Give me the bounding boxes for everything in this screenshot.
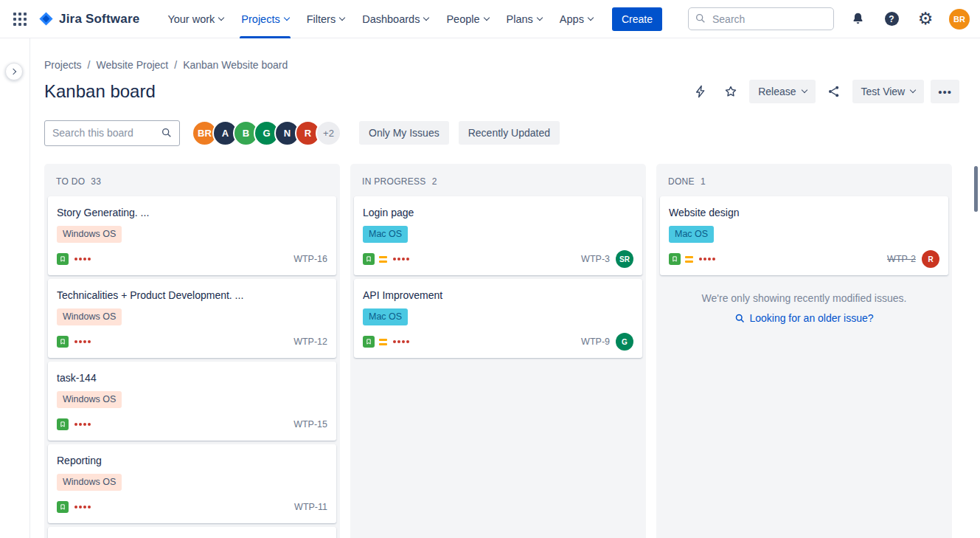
issue-card[interactable]: task-144 Windows OS WTP-15 — [48, 362, 336, 441]
jira-logo-text: Jira Software — [59, 12, 139, 27]
card-icons — [669, 253, 715, 265]
nav-item[interactable]: Your work — [159, 0, 232, 38]
jira-logo-icon — [38, 11, 54, 27]
priority-medium-icon — [379, 339, 387, 345]
issue-card[interactable]: Login page Mac OS WTP-3 SR — [354, 196, 642, 275]
board-search — [44, 120, 180, 146]
nav-item[interactable]: Dashboards — [353, 0, 437, 38]
breadcrumb-link[interactable]: Kanban Website board — [183, 59, 288, 71]
story-type-icon — [363, 253, 375, 265]
priority-medium-icon — [685, 256, 693, 263]
column-name: IN PROGRESS — [362, 176, 426, 187]
nav-item[interactable]: Projects — [232, 0, 297, 38]
card-title: task-144 — [57, 370, 327, 385]
jira-logo[interactable]: Jira Software — [34, 11, 147, 27]
card-key: WTP-9 — [581, 337, 610, 347]
star-button[interactable] — [719, 80, 743, 103]
card-icons — [57, 501, 91, 513]
chevron-down-icon — [218, 14, 224, 20]
card-icons — [363, 253, 409, 265]
breadcrumb-separator: / — [88, 59, 91, 71]
breadcrumb-separator: / — [174, 59, 177, 71]
column-name: TO DO — [56, 176, 85, 187]
bell-icon — [850, 11, 866, 27]
board-search-input[interactable] — [44, 120, 180, 146]
more-icon: ••• — [938, 86, 952, 98]
more-actions-button[interactable]: ••• — [931, 80, 959, 103]
card-right: WTP-15 — [293, 419, 327, 430]
nav-item[interactable]: Plans — [498, 0, 551, 38]
card-bottom-row: WTP-12 — [57, 334, 327, 349]
dots-field-icon — [74, 423, 91, 426]
recently-modified-note: We're only showing recently modified iss… — [667, 292, 942, 304]
card-bottom-row: WTP-9 G — [363, 334, 633, 349]
card-right: WTP-2 R — [887, 250, 939, 268]
nav-item[interactable]: People — [437, 0, 497, 38]
top-navigation-bar: Jira Software Your work Projects Filters… — [0, 0, 980, 38]
filter-button[interactable]: Recently Updated — [459, 121, 560, 145]
share-button[interactable] — [822, 80, 846, 103]
breadcrumb-link[interactable]: Projects — [44, 59, 82, 71]
issue-card[interactable]: Reporting Windows OS WTP-11 — [48, 444, 336, 523]
app-switcher-button[interactable] — [7, 7, 32, 32]
nav-item-label: Your work — [167, 13, 215, 25]
sidebar-expand-button[interactable] — [5, 63, 23, 80]
nav-item[interactable]: Filters — [298, 0, 353, 38]
view-selector-button[interactable]: Test View — [852, 80, 925, 103]
card-label-chip: Mac OS — [363, 308, 408, 325]
card-label-chip: Windows OS — [57, 308, 122, 325]
column-cards: Story Generating. ... Windows OS WTP-16 … — [44, 196, 340, 538]
card-right: WTP-12 — [293, 337, 327, 347]
issue-card[interactable]: API Improvement Mac OS WTP-9 G — [354, 279, 642, 358]
card-key: WTP-3 — [581, 254, 610, 264]
view-selector-label: Test View — [861, 86, 906, 97]
assignee-avatar[interactable]: G — [616, 333, 633, 351]
avatar-overflow[interactable]: +2 — [316, 120, 341, 146]
nav-item-label: Dashboards — [362, 13, 420, 25]
issue-card[interactable]: Story Generating. ... Windows OS WTP-16 — [48, 196, 336, 275]
card-label-chip: Windows OS — [57, 474, 122, 491]
issue-card[interactable]: Website design Mac OS WTP-2 R — [660, 196, 948, 275]
breadcrumb-link[interactable]: Website Project — [96, 59, 168, 71]
card-title: API Improvement — [363, 288, 633, 303]
create-button[interactable]: Create — [612, 7, 662, 31]
board-column: IN PROGRESS 2 Login page Mac OS WTP-3 SR… — [350, 164, 646, 538]
card-bottom-row: WTP-2 R — [669, 252, 939, 266]
filter-button[interactable]: Only My Issues — [359, 121, 449, 145]
column-count: 33 — [91, 176, 101, 187]
card-label-chip: Mac OS — [363, 226, 408, 243]
board-column: TO DO 33 Story Generating. ... Windows O… — [44, 164, 340, 538]
card-label-chip: Windows OS — [57, 226, 122, 243]
board-header: Kanban board Release Test View — [44, 78, 959, 105]
page-scrollbar-thumb[interactable] — [974, 166, 978, 212]
help-button[interactable]: ? — [881, 9, 902, 30]
column-header: TO DO 33 — [44, 164, 340, 196]
chevron-down-icon — [483, 14, 489, 20]
board-avatars: BR A B G N R +2 — [192, 120, 341, 146]
chevron-down-icon — [588, 14, 594, 20]
nav-item-label: Filters — [307, 13, 336, 25]
global-search-input[interactable] — [688, 7, 834, 30]
settings-button[interactable]: ⚙ — [915, 9, 936, 30]
card-right: WTP-16 — [293, 254, 327, 264]
issue-card[interactable]: Technicalities + Product Development. ..… — [48, 279, 336, 358]
notifications-button[interactable] — [847, 9, 868, 30]
chevron-down-icon — [537, 14, 543, 20]
nav-item[interactable]: Apps — [551, 0, 602, 38]
priority-medium-icon — [379, 256, 387, 263]
older-issues-link[interactable]: Looking for an older issue? — [734, 312, 873, 324]
search-icon — [695, 13, 706, 27]
share-icon — [827, 84, 841, 99]
release-button[interactable]: Release — [749, 80, 815, 103]
board-filters: Only My Issues Recently Updated — [359, 121, 560, 145]
assignee-avatar[interactable]: SR — [616, 250, 633, 268]
assignee-avatar[interactable]: R — [922, 250, 939, 268]
search-icon — [734, 313, 746, 324]
issue-card[interactable]: Manufacturing. ... Windows OS — [48, 527, 336, 538]
user-avatar[interactable]: BR — [949, 9, 970, 30]
column-footer: We're only showing recently modified iss… — [656, 292, 952, 327]
story-type-icon — [57, 253, 69, 265]
automation-button[interactable] — [689, 80, 712, 103]
story-type-icon — [669, 253, 681, 265]
card-bottom-row: WTP-3 SR — [363, 252, 633, 266]
